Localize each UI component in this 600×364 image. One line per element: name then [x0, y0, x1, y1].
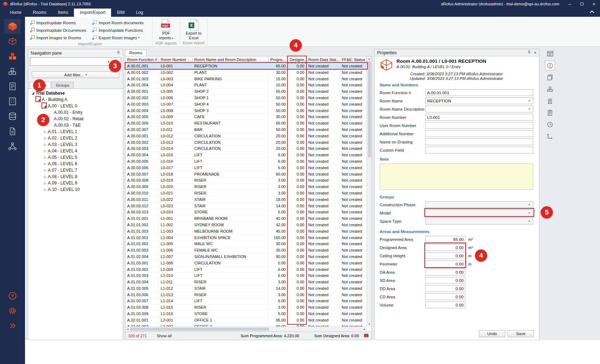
table-row[interactable]: A.00.03.005 L0-016 LIFT 6.00 0.00 Not cr…	[125, 158, 367, 165]
table-row[interactable]: A.00.02.003 L0-007 SHOP 4 50.00 0.00 Not…	[125, 101, 367, 108]
field-input[interactable]: 0.00	[425, 302, 465, 308]
column-header[interactable]: Room Data Stat...	[306, 56, 340, 63]
tree-item[interactable]: ◢ A - Building A	[28, 96, 123, 103]
ribbon-button[interactable]: Import Room documents	[92, 19, 145, 26]
save-button[interactable]: Save	[508, 330, 534, 337]
table-row[interactable]: A.01.03.009 L1-016 STORE 5.00 0.00 Not c…	[125, 311, 367, 317]
scroll-left-icon[interactable]: ◄	[126, 328, 129, 330]
table-row[interactable]: A.00.02.004 L0-008 SHOP 3 50.00 0.00 Not…	[125, 108, 367, 114]
table-row[interactable]: A.01.02.001 L1-004 EXHIBITION SPACE 150.…	[125, 235, 367, 241]
table-row[interactable]: A.00.03.006 L0-017 LIFT 6.00 0.00 Not cr…	[125, 165, 367, 171]
ribbon-button[interactable]: Export Room images ▾	[92, 34, 145, 41]
scroll-right-icon[interactable]: ►	[363, 328, 366, 330]
column-header[interactable]: Designe...	[288, 56, 306, 63]
field-input[interactable]	[425, 147, 533, 153]
table-row[interactable]: A.01.01.001 L1-001 BRISBANE ROOM 42.00 0…	[125, 216, 367, 222]
info-icon[interactable]	[545, 61, 555, 70]
field-input[interactable]: ▾	[425, 106, 533, 112]
table-row[interactable]: A.02.01.001 L2-001 OFFICE 1 95.00 0.00 N…	[125, 317, 367, 324]
table-row[interactable]: A.00.03.003 L0-014 CIRCULATION 20.00 0.0…	[125, 146, 367, 152]
scroll-up-icon[interactable]: ▲	[368, 57, 371, 60]
column-header[interactable]: Room Name and Room Description	[192, 56, 269, 63]
field-input[interactable]: RECEPTION ▾	[425, 97, 533, 104]
tree-expander-icon[interactable]: ▷	[42, 168, 48, 172]
collapse-ribbon-icon[interactable]	[590, 10, 594, 15]
table-row[interactable]: A.01.03.001 L1-008 CIRCULATION 0.00 0.00…	[125, 260, 367, 267]
field-input[interactable]: 0.00	[425, 244, 465, 251]
tree-expander-icon[interactable]: ▷	[42, 162, 48, 166]
field-input[interactable]: 65.00	[425, 236, 465, 243]
table-row[interactable]: A.00.02.006 L0-010 RESTAURANT 65.00 0.00…	[125, 120, 367, 127]
buildings-module-icon[interactable]	[4, 94, 21, 109]
tree-expander-icon[interactable]: ▷	[42, 143, 48, 146]
documents-module-icon[interactable]	[4, 124, 21, 139]
ribbon-tab[interactable]: Home	[4, 9, 27, 17]
table-row[interactable]: A.02.01.002 L2-002 OFFICE 2 90.00 0.00 N…	[125, 324, 367, 327]
table-row[interactable]: A.01.03.002 L1-009 LIFT 6.00 0.00 Not cr…	[125, 267, 367, 273]
ribbon-button[interactable]: Import/update Rooms	[30, 19, 87, 26]
minimize-button[interactable]: –	[564, 0, 576, 8]
table-row[interactable]: A.01.03.004 L1-011 RISER 3.00 0.00 Not c…	[125, 279, 367, 285]
table-row[interactable]: A.00.03.004 L0-015 LIFT 6.00 0.00 Not cr…	[125, 152, 367, 158]
field-input[interactable]: 0.00	[425, 261, 465, 267]
expand-sidebar-icon[interactable]	[4, 318, 21, 333]
table-row[interactable]: A.00.02.001 L0-005 SHOP 2 55.00 0.00 Not…	[125, 89, 367, 95]
close-button[interactable]: ×	[588, 0, 600, 8]
rooms-document-tab[interactable]: Rooms	[125, 50, 146, 56]
table-row[interactable]: A.00.02.002 L0-006 SHOP 1 50.00 0.00 Not…	[125, 95, 367, 101]
combo-box[interactable]: ▾	[425, 201, 533, 208]
table-row[interactable]: A.01.01.002 L1-002 SYDNEY ROOM 42.00 0.0…	[125, 222, 367, 228]
tree-item[interactable]: ▷ A.05 - LEVEL 5	[28, 154, 123, 161]
tree-expander-icon[interactable]: ▷	[42, 130, 48, 133]
tree-item[interactable]: ▷ A.03 - LEVEL 3	[28, 141, 123, 148]
pin-icon[interactable]	[527, 50, 531, 55]
table-row[interactable]: A.00.01.001 L0-001 RECEPTION 65.00 0.00 …	[125, 63, 367, 70]
ribbon-button[interactable]: Import/update Occurrences	[30, 26, 87, 34]
table-row[interactable]: A.01.01.003 L1-003 MELBOURNE ROOM 45.00 …	[125, 228, 367, 235]
datasheet-icon[interactable]	[545, 49, 555, 59]
vertical-scrollbar[interactable]: ▲ ▼	[367, 56, 371, 327]
table-row[interactable]: A.00.03.002 L0-013 CIRCULATION 20.00 0.0…	[125, 140, 367, 146]
show-all-link[interactable]: Show all	[157, 334, 172, 338]
export-to-excel-button[interactable]: X Export to Excel	[182, 17, 205, 40]
ribbon-button[interactable]: Import images to Rooms	[30, 34, 87, 41]
ribbon-button[interactable]: Import/update Functions	[92, 26, 145, 34]
tree-expander-icon[interactable]: ▷	[42, 149, 48, 153]
tree-expander-icon[interactable]: ◢	[42, 104, 48, 108]
tree-item[interactable]: A.00.03 - T&E	[28, 122, 123, 128]
tree-item[interactable]: ◢ A.00 - LEVEL 0	[28, 103, 123, 109]
item-boxes-icon[interactable]	[545, 84, 555, 94]
table-row[interactable]: A.00.01.002 L0-002 PLANT 30.00 0.00 Not …	[125, 70, 367, 76]
close-icon[interactable]: ×	[534, 50, 536, 55]
ribbon-tab[interactable]: Items	[52, 9, 74, 17]
clipboard-icon[interactable]	[545, 108, 555, 117]
ribbon-tab[interactable]: BIM	[111, 9, 130, 17]
tree-item[interactable]: A.00.02 - Retail	[28, 116, 123, 122]
data-module-icon[interactable]	[4, 109, 21, 124]
combo-box[interactable]: ▾	[425, 218, 533, 224]
table-row[interactable]: A.00.03.013 L0-024 STORE 5.00 0.00 Not c…	[125, 209, 367, 216]
note-textarea[interactable]	[380, 163, 533, 190]
help-icon[interactable]: ?	[4, 288, 21, 303]
scrollbar-thumb[interactable]	[368, 61, 371, 157]
column-header[interactable]: Room Number	[159, 56, 192, 63]
search-icon[interactable]	[111, 58, 121, 65]
pin-icon[interactable]	[116, 51, 120, 56]
column-header[interactable]: Progra...	[269, 56, 288, 63]
tree-item[interactable]: ▷ A.04 - LEVEL 4	[28, 148, 123, 154]
field-input[interactable]: A.00.01.001	[425, 89, 533, 96]
table-row[interactable]: A.01.02.002 L1-005 MALE WC 30.00 0.00 No…	[125, 241, 367, 247]
tree-item[interactable]: ▷ A.06 - LEVEL 6	[28, 161, 123, 167]
field-input[interactable]: 0.00	[425, 269, 465, 275]
scroll-down-icon[interactable]: ▼	[368, 323, 371, 325]
scrollbar-thumb[interactable]	[130, 328, 269, 331]
field-input[interactable]	[425, 138, 533, 145]
ribbon-tab[interactable]: Rooms	[27, 9, 52, 17]
field-input[interactable]: L0-001	[425, 114, 533, 121]
table-row[interactable]: A.00.02.005 L0-009 CAFE 30.00 0.00 Not c…	[125, 114, 367, 120]
table-row[interactable]: A.00.03.009 L0-020 RISER 3.00 0.00 Not c…	[125, 184, 367, 190]
tree-expander-icon[interactable]: ▷	[42, 156, 48, 159]
settings-gear-icon[interactable]	[4, 303, 21, 318]
rooms-module-icon[interactable]	[4, 34, 21, 49]
measure-icon[interactable]	[545, 131, 555, 141]
